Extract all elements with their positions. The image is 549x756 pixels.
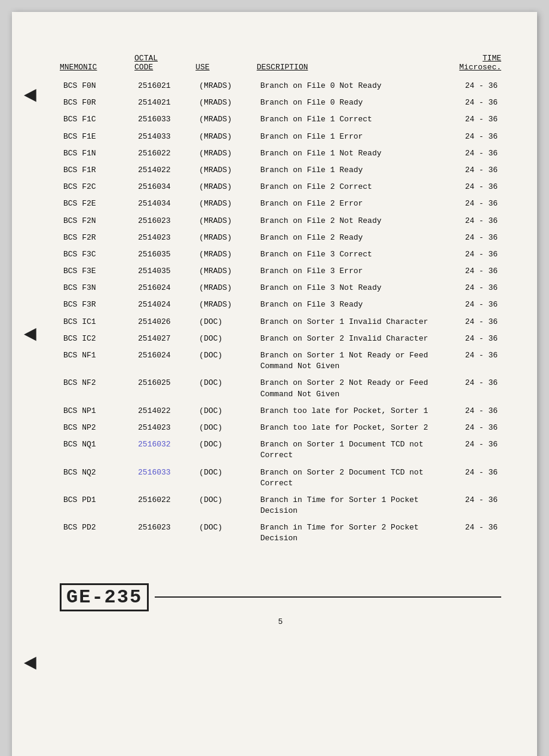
cell-use: (MRADS) <box>195 229 256 246</box>
table-row: BCS PD22516023(DOC)Branch in Time for So… <box>60 519 501 547</box>
cell-octal: 2514033 <box>134 128 195 145</box>
cell-time: 24 - 36 <box>447 375 501 402</box>
table-row: BCS F2C2516034(MRADS)Branch on File 2 Co… <box>60 179 501 195</box>
cell-mnemonic: BCS IC2 <box>60 330 134 347</box>
cell-mnemonic: BCS F1C <box>60 111 134 128</box>
cell-time: 24 - 36 <box>447 128 501 145</box>
cell-description: Branch on File 2 Ready <box>257 229 447 246</box>
cell-description: Branch too late for Pocket, Sorter 1 <box>257 403 447 420</box>
table-row: BCS F2R2514023(MRADS)Branch on File 2 Re… <box>60 229 501 246</box>
cell-mnemonic: BCS NP2 <box>60 420 134 436</box>
cell-time: 24 - 36 <box>447 229 501 246</box>
cell-time: 24 - 36 <box>447 263 501 280</box>
cell-octal: 2516022 <box>134 492 195 519</box>
cell-octal: 2516023 <box>134 519 195 547</box>
cell-use: (DOC) <box>195 314 256 330</box>
footer: GE-235 <box>60 583 501 611</box>
cell-mnemonic: BCS F3N <box>60 280 134 296</box>
cell-description: Branch in Time for Sorter 2 Pocket Decis… <box>257 519 447 547</box>
table-row: BCS NF22516025(DOC)Branch on Sorter 2 No… <box>60 375 501 402</box>
cell-octal: 2516024 <box>134 280 195 296</box>
corner-mark-top: ◄ <box>24 84 37 108</box>
table-row: BCS NF12516024(DOC)Branch on Sorter 1 No… <box>60 347 501 375</box>
cell-description: Branch on File 3 Correct <box>257 246 447 263</box>
table-row: BCS F3C2516035(MRADS)Branch on File 3 Co… <box>60 246 501 263</box>
cell-time: 24 - 36 <box>447 111 501 128</box>
cell-mnemonic: BCS NP1 <box>60 403 134 420</box>
cell-description: Branch on Sorter 2 Document TCD not Corr… <box>257 464 447 492</box>
cell-octal: 2514021 <box>134 94 195 111</box>
cell-mnemonic: BCS PD1 <box>60 492 134 519</box>
cell-use: (MRADS) <box>195 78 256 94</box>
cell-use: (DOC) <box>195 375 256 402</box>
header-octal: OCTAL CODE <box>134 54 195 78</box>
table-row: BCS F0R2514021(MRADS)Branch on File 0 Re… <box>60 94 501 111</box>
cell-octal: 2514022 <box>134 403 195 420</box>
table-row: BCS F3N2516024(MRADS)Branch on File 3 No… <box>60 280 501 296</box>
cell-mnemonic: BCS F1R <box>60 162 134 179</box>
cell-use: (DOC) <box>195 519 256 547</box>
page-number: 5 <box>60 617 501 626</box>
cell-description: Branch on File 0 Not Ready <box>257 78 447 94</box>
table-row: BCS F1N2516022(MRADS)Branch on File 1 No… <box>60 145 501 162</box>
cell-octal: 2516032 <box>134 436 195 464</box>
cell-mnemonic: BCS F3C <box>60 246 134 263</box>
cell-description: Branch on File 3 Error <box>257 263 447 280</box>
table-row: BCS IC22514027(DOC)Branch on Sorter 2 In… <box>60 330 501 347</box>
cell-octal: 2516024 <box>134 347 195 375</box>
cell-use: (MRADS) <box>195 263 256 280</box>
cell-octal: 2516021 <box>134 78 195 94</box>
cell-octal: 2514027 <box>134 330 195 347</box>
cell-time: 24 - 36 <box>447 492 501 519</box>
cell-time: 24 - 36 <box>447 296 501 313</box>
cell-use: (MRADS) <box>195 213 256 229</box>
table-row: BCS NP12514022(DOC)Branch too late for P… <box>60 403 501 420</box>
cell-octal: 2514023 <box>134 229 195 246</box>
corner-mark-mid: ◄ <box>24 323 37 347</box>
cell-octal: 2516023 <box>134 213 195 229</box>
cell-time: 24 - 36 <box>447 179 501 195</box>
cell-octal: 2514024 <box>134 296 195 313</box>
instruction-table: MNEMONIC OCTAL CODE USE DESCRIPTION TIME… <box>60 54 501 547</box>
cell-use: (DOC) <box>195 347 256 375</box>
cell-mnemonic: BCS F1E <box>60 128 134 145</box>
cell-description: Branch on File 1 Error <box>257 128 447 145</box>
cell-description: Branch on File 2 Error <box>257 195 447 212</box>
table-row: BCS F3E2514035(MRADS)Branch on File 3 Er… <box>60 263 501 280</box>
instruction-table-container: MNEMONIC OCTAL CODE USE DESCRIPTION TIME… <box>60 54 501 547</box>
cell-use: (DOC) <box>195 403 256 420</box>
cell-description: Branch on File 1 Correct <box>257 111 447 128</box>
table-row: BCS NQ12516032(DOC)Branch on Sorter 1 Do… <box>60 436 501 464</box>
cell-mnemonic: BCS IC1 <box>60 314 134 330</box>
table-row: BCS NQ22516033(DOC)Branch on Sorter 2 Do… <box>60 464 501 492</box>
table-row: BCS PD12516022(DOC)Branch in Time for So… <box>60 492 501 519</box>
cell-octal: 2516034 <box>134 179 195 195</box>
cell-use: (DOC) <box>195 464 256 492</box>
cell-mnemonic: BCS F3E <box>60 263 134 280</box>
cell-description: Branch on Sorter 2 Not Ready or Feed Com… <box>257 375 447 402</box>
cell-description: Branch on File 1 Ready <box>257 162 447 179</box>
cell-mnemonic: BCS F1N <box>60 145 134 162</box>
cell-time: 24 - 36 <box>447 246 501 263</box>
cell-time: 24 - 36 <box>447 145 501 162</box>
cell-time: 24 - 36 <box>447 420 501 436</box>
corner-mark-bot: ◄ <box>24 651 37 676</box>
table-row: BCS F1R2514022(MRADS)Branch on File 1 Re… <box>60 162 501 179</box>
cell-description: Branch on File 1 Not Ready <box>257 145 447 162</box>
cell-mnemonic: BCS F2C <box>60 179 134 195</box>
cell-mnemonic: BCS F0R <box>60 94 134 111</box>
cell-use: (MRADS) <box>195 145 256 162</box>
cell-time: 24 - 36 <box>447 213 501 229</box>
cell-use: (MRADS) <box>195 296 256 313</box>
cell-mnemonic: BCS F0N <box>60 78 134 94</box>
cell-octal: 2514026 <box>134 314 195 330</box>
header-mnemonic: MNEMONIC <box>60 54 134 78</box>
cell-use: (MRADS) <box>195 280 256 296</box>
cell-use: (MRADS) <box>195 111 256 128</box>
table-row: BCS NP22514023(DOC)Branch too late for P… <box>60 420 501 436</box>
cell-time: 24 - 36 <box>447 519 501 547</box>
cell-use: (MRADS) <box>195 162 256 179</box>
cell-mnemonic: BCS F3R <box>60 296 134 313</box>
cell-mnemonic: BCS F2E <box>60 195 134 212</box>
cell-octal: 2516035 <box>134 246 195 263</box>
